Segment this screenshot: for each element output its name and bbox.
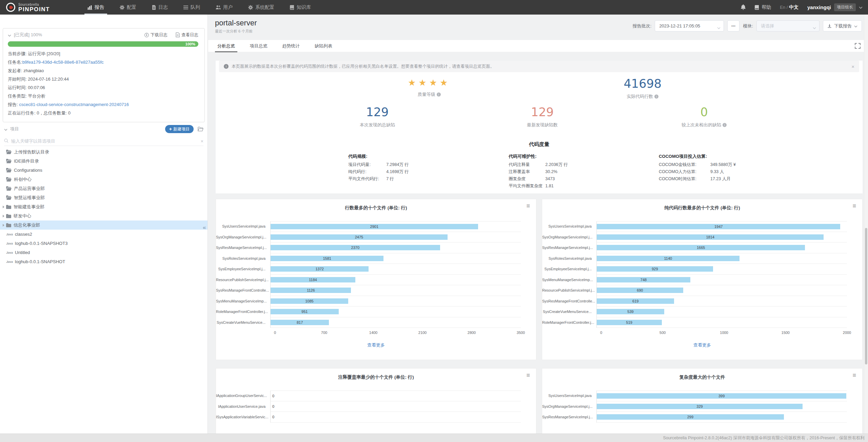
chart-bar: 1126 (271, 288, 351, 293)
footer: Sourcebrella Pinpoint-2.8.0.2(46ac2) 深圳市… (0, 434, 868, 442)
chart-menu-icon[interactable]: ≡ (852, 203, 856, 209)
collapse-chevron-icon[interactable] (8, 33, 11, 38)
chart-value-label: 399 (597, 394, 846, 398)
chart-card: 注释覆盖率最少的十个文件 (单位: 行)≡IApplicationGroupUs… (216, 368, 536, 434)
star-icon: ★ (408, 78, 418, 88)
chart-row: SysResManageServiceImpl.j...2370 (216, 243, 536, 253)
tree-item[interactable]: Configurations (0, 166, 208, 175)
scrollbar-thumb[interactable] (865, 228, 867, 364)
new-project-button[interactable]: +新建项目 (165, 125, 194, 133)
expand-arrow-icon[interactable] (3, 206, 4, 208)
chart-title: 纯代码行数最多的十个文件 (单位: 行) (542, 199, 862, 211)
task-field: 报告: cscec81-cloud-service-constructmanag… (8, 100, 198, 109)
axis-tick-label: 700 (321, 331, 327, 335)
sidebar-collapse-handle[interactable]: « (203, 224, 206, 231)
tree-item[interactable]: 智慧运维事业部 (0, 193, 208, 202)
chart-value-label: 0 (272, 415, 274, 419)
clear-search-icon[interactable]: × (201, 139, 203, 144)
nav-item-logs[interactable]: 日志 (144, 0, 176, 15)
download-report-button[interactable]: 下载报告 (823, 20, 862, 31)
task-field-link[interactable]: b9fea179-436d-4c58-88e6-87e827aa55fc (22, 60, 104, 65)
tab-analysis-overview[interactable]: 分析总览 (215, 40, 237, 52)
tree-item-label: 研发中心 (14, 213, 31, 219)
view-more-link[interactable]: 查看更多 (216, 342, 536, 348)
task-field-label: 正在运行任务: (8, 110, 37, 115)
nav-item-queue[interactable]: 队列 (176, 0, 208, 15)
info-icon[interactable]: i (723, 123, 727, 127)
chart-plot: SysUsersServiceImpl.java2901SysOrgManage… (216, 221, 536, 328)
tree-item[interactable]: Javaloghub-0.0.1-SNAPSHOT3 (0, 239, 208, 248)
tab-project-overview[interactable]: 项目总览 (248, 40, 270, 51)
open-folder-icon[interactable] (198, 127, 203, 131)
task-field-label: 任务名: (8, 60, 22, 65)
download-log-button[interactable]: 下载日志 (144, 32, 167, 38)
task-field-label: 运行时间: (8, 85, 28, 90)
chart-menu-icon[interactable]: ≡ (526, 203, 530, 209)
metric-label: 注释覆盖率 (509, 168, 545, 175)
report-batch-select[interactable]: 2023-12-21 17:05:05 (655, 20, 724, 31)
tab-trend-statistics[interactable]: 趋势统计 (280, 40, 302, 51)
tree-item[interactable]: 信息化事业部 (0, 220, 208, 230)
chart-menu-icon[interactable]: ≡ (526, 372, 530, 378)
module-select[interactable]: 请选择 (756, 20, 820, 31)
java-file-icon: Java (6, 233, 13, 236)
folder-closed (6, 223, 11, 227)
info-icon[interactable]: i (654, 94, 658, 99)
more-batches-button[interactable]: ••• (727, 20, 739, 31)
tree-item[interactable]: Javaclasses2 (0, 230, 208, 239)
chart-value-label: 299 (597, 415, 784, 419)
nav-item-system-config[interactable]: 系统配置 (240, 0, 282, 15)
task-field-value: 2024-07-16 12:20:44 (28, 77, 69, 82)
chart-value-label: 0 (272, 394, 274, 398)
chart-value-label: 951 (271, 310, 339, 314)
collapse-chevron-icon[interactable] (4, 127, 7, 132)
chart-category-label: SysOrgManageServiceImpl.j... (542, 232, 596, 243)
project-search-input[interactable]: 输入关键字以筛选项目 × (4, 136, 203, 146)
view-more-link[interactable]: 查看更多 (542, 342, 862, 348)
chart-menu-icon[interactable]: ≡ (852, 372, 856, 378)
tree-item[interactable]: 产品运营事业部 (0, 184, 208, 193)
metric-row: 纯代码行:4.1698万 行 (348, 168, 409, 175)
tree-item[interactable]: IDE插件目录 (0, 156, 208, 166)
tree-item[interactable]: 智能建造事业部 (0, 202, 208, 211)
chart-bar: 1085 (271, 298, 348, 304)
view-log-button[interactable]: 查看日志 (176, 32, 198, 38)
bell-icon[interactable] (741, 4, 746, 10)
chart-row: SysUsersServiceImpl.java1947 (542, 221, 862, 232)
expand-arrow-icon[interactable] (3, 224, 4, 227)
tree-item-label: 上传报告默认目录 (14, 149, 49, 155)
chart-track: 951 (270, 307, 521, 317)
nav-item-knowledge-base[interactable]: 知识库 (282, 0, 319, 15)
app-root: Sourcebrella PINPOINT 报告配置日志队列用户系统配置知识库 … (0, 0, 868, 442)
language-toggle[interactable]: En / 中文 (780, 4, 798, 10)
nav-item-users[interactable]: 用户 (208, 0, 240, 15)
nav-item-config[interactable]: 配置 (112, 0, 144, 15)
chart-row: SysCreateVueMenuService...817 (216, 317, 536, 328)
close-icon[interactable]: × (851, 64, 854, 69)
nav-item-reports[interactable]: 报告 (80, 0, 112, 15)
tree-item[interactable]: 上传报告默认目录 (0, 147, 208, 156)
task-field-label: 任务类型: (8, 93, 28, 99)
metric-row: 平均文件圈复杂度1.81 (509, 183, 568, 190)
chart-track: 0 (270, 391, 521, 401)
chart-value-label: 1947 (597, 225, 840, 229)
tree-item[interactable]: 科创中心 (0, 175, 208, 184)
system-gear-icon (248, 5, 253, 10)
user-menu[interactable]: yanxingqi 项目组长 (807, 3, 863, 11)
expand-arrow-icon[interactable] (3, 215, 4, 217)
tree-item[interactable]: JavaUntitled (0, 248, 208, 257)
metric-value: 2.2036万 行 (545, 161, 568, 168)
tab-defect-list[interactable]: 缺陷列表 (312, 40, 335, 51)
folder-open (6, 150, 12, 154)
info-icon[interactable]: i (437, 92, 441, 97)
help-button[interactable]: 帮助 (755, 4, 771, 10)
fullscreen-icon[interactable] (855, 43, 861, 49)
java-file-icon: Java (6, 242, 13, 245)
tree-item[interactable]: Javaloghub-0.0.1-SNAPSHOT (0, 257, 208, 266)
task-status-label: [已完成] 100% (14, 32, 42, 38)
brand-logo[interactable]: Sourcebrella PINPOINT (6, 3, 76, 12)
task-field-link[interactable]: cscec81-cloud-service-constructmanagemen… (19, 102, 129, 107)
metric-row: COCOMO时间估算:17.23 人月 (659, 175, 736, 183)
chevron-down-icon (859, 5, 863, 10)
tree-item[interactable]: 研发中心 (0, 211, 208, 220)
